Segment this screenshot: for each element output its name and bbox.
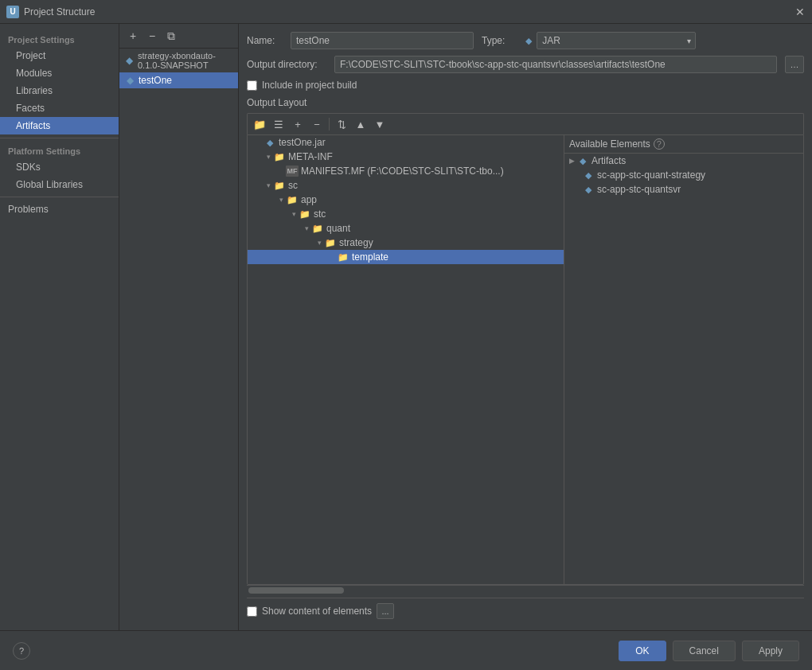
folder-icon-btn[interactable]: 📁 (251, 116, 268, 132)
ok-button[interactable]: OK (619, 641, 666, 661)
tree-arrow-strategy: ▾ (314, 239, 324, 247)
folder-icon-quant: 📁 (311, 223, 324, 234)
jar-icon-2: ◆ (124, 75, 135, 86)
down-btn[interactable]: ▼ (371, 116, 388, 132)
sort-btn[interactable]: ⇅ (333, 116, 350, 132)
name-input[interactable] (291, 32, 474, 49)
folder-icon-sc: 📁 (273, 180, 286, 191)
sidebar-item-global-libraries[interactable]: Global Libraries (0, 176, 119, 193)
sidebar-item-artifacts[interactable]: Artifacts (0, 117, 119, 134)
folder-icon-template: 📁 (337, 251, 349, 263)
tree-node-meta-inf[interactable]: ▾ 📁 META-INF (248, 150, 564, 164)
sidebar-item-libraries[interactable]: Libraries (0, 82, 119, 99)
remove-element-btn[interactable]: − (308, 116, 326, 132)
title-bar-text: Project Structure (24, 6, 794, 18)
right-panel: Name: Type: ◆ JAR Web Application: Archi… (239, 24, 812, 630)
tree-node-strategy[interactable]: ▾ 📁 strategy (248, 236, 564, 250)
horizontal-scrollbar[interactable] (247, 585, 804, 594)
add-element-btn[interactable]: + (289, 116, 306, 132)
artifact-list-panel: + − ⧉ ◆ strategy-xbondauto-0.1.0-SNAPSHO… (119, 24, 239, 630)
output-layout-tree: ◆ testOne.jar ▾ 📁 META-INF MF (248, 135, 564, 584)
artifact-toolbar: + − ⧉ (119, 24, 238, 49)
main-container: Project Settings Project Modules Librari… (0, 24, 812, 670)
app-icon: U (6, 6, 19, 18)
sidebar-item-modules[interactable]: Modules (0, 64, 119, 82)
dialog-footer: ? OK Cancel Apply (0, 630, 812, 670)
avail-strategy-icon: ◆ (582, 169, 595, 181)
type-select-wrapper: ◆ JAR Web Application: Archive Other (525, 32, 696, 49)
available-elements-header: Available Elements ? (564, 135, 803, 154)
scroll-thumb[interactable] (248, 587, 344, 594)
avail-item-artifacts[interactable]: ▶ ◆ Artifacts (564, 154, 803, 168)
output-dir-input[interactable] (334, 56, 777, 73)
sidebar-item-project[interactable]: Project (0, 47, 119, 64)
jar-diamond-icon: ◆ (525, 36, 532, 45)
add-artifact-button[interactable]: + (124, 27, 142, 45)
browse-button[interactable]: … (785, 56, 804, 73)
tree-node-testone-jar[interactable]: ◆ testOne.jar (248, 135, 564, 150)
include-build-label[interactable]: Include in project build (262, 80, 357, 91)
sidebar-item-sdks[interactable]: SDKs (0, 158, 119, 176)
jar-icon: ◆ (124, 55, 135, 66)
tree-node-app[interactable]: ▾ 📁 app (248, 193, 564, 207)
sidebar-divider-2 (0, 197, 119, 197)
folder-icon-meta-inf: 📁 (273, 151, 286, 162)
tree-node-template[interactable]: 📁 template (248, 250, 564, 264)
sidebar-item-problems[interactable]: Problems (0, 201, 119, 218)
folder-icon-app: 📁 (286, 194, 299, 205)
artifact-item-testone[interactable]: ◆ testOne (119, 72, 238, 88)
toolbar-sep-1 (329, 118, 330, 130)
output-dir-label: Output directory: (247, 59, 326, 70)
project-settings-label: Project Settings (0, 30, 119, 47)
cancel-button[interactable]: Cancel (673, 641, 736, 661)
tree-node-manifest[interactable]: MF MANIFEST.MF (F:\CODE\STC-SLIT\STC-tbo… (248, 164, 564, 178)
include-build-checkbox[interactable] (247, 80, 257, 91)
name-label: Name: (247, 35, 283, 46)
show-content-options-button[interactable]: ... (377, 603, 394, 619)
output-layout-label: Output Layout (247, 97, 804, 108)
content-area: Project Settings Project Modules Librari… (0, 24, 812, 630)
folder-icon-strategy: 📁 (324, 237, 337, 248)
tree-node-quant[interactable]: ▾ 📁 quant (248, 221, 564, 236)
tree-arrow-sc: ▾ (264, 181, 273, 189)
type-select[interactable]: JAR Web Application: Archive Other (537, 32, 696, 49)
available-elements-help-icon[interactable]: ? (654, 138, 665, 150)
sidebar: Project Settings Project Modules Librari… (0, 24, 119, 630)
tree-arrow-app: ▾ (276, 196, 286, 204)
list-icon-btn[interactable]: ☰ (270, 116, 287, 132)
remove-artifact-button[interactable]: − (143, 27, 161, 45)
output-dir-row: Output directory: … (247, 56, 804, 73)
artifact-item-strategy[interactable]: ◆ strategy-xbondauto-0.1.0-SNAPSHOT (119, 49, 238, 72)
platform-settings-label: Platform Settings (0, 142, 119, 158)
sidebar-divider-1 (0, 138, 119, 138)
jar-file-icon: ◆ (264, 137, 276, 148)
tree-node-sc[interactable]: ▾ 📁 sc (248, 178, 564, 193)
bottom-area: Show content of elements ... (247, 598, 804, 622)
include-build-row: Include in project build (247, 80, 804, 91)
folder-icon-stc: 📁 (299, 208, 311, 220)
tree-arrow-meta-inf: ▾ (264, 153, 273, 161)
type-label: Type: (482, 35, 517, 46)
output-layout-toolbar: 📁 ☰ + − ⇅ ▲ ▼ (247, 113, 804, 134)
manifest-icon: MF (286, 166, 299, 177)
copy-artifact-button[interactable]: ⧉ (162, 27, 180, 45)
name-type-row: Name: Type: ◆ JAR Web Application: Archi… (247, 32, 804, 49)
avail-artifacts-icon: ◆ (576, 155, 589, 166)
show-content-label[interactable]: Show content of elements (262, 606, 372, 617)
close-button[interactable]: ✕ (794, 6, 806, 18)
output-layout-body: ◆ testOne.jar ▾ 📁 META-INF MF (247, 134, 804, 585)
avail-item-strategy[interactable]: ◆ sc-app-stc-quant-strategy (564, 168, 803, 182)
available-elements-panel: Available Elements ? ▶ ◆ Artifacts ◆ sc-… (564, 135, 803, 584)
show-content-checkbox[interactable] (247, 606, 257, 617)
artifact-list: ◆ strategy-xbondauto-0.1.0-SNAPSHOT ◆ te… (119, 49, 238, 630)
help-button[interactable]: ? (13, 642, 30, 660)
up-btn[interactable]: ▲ (352, 116, 369, 132)
apply-button[interactable]: Apply (742, 641, 799, 661)
avail-quantsvr-icon: ◆ (582, 184, 595, 195)
tree-node-stc[interactable]: ▾ 📁 stc (248, 207, 564, 221)
title-bar: U Project Structure ✕ (0, 0, 812, 24)
sidebar-item-facets[interactable]: Facets (0, 99, 119, 117)
tree-arrow-stc: ▾ (289, 210, 299, 218)
avail-item-quantsvr[interactable]: ◆ sc-app-stc-quantsvr (564, 182, 803, 197)
avail-arrow-artifacts: ▶ (569, 157, 575, 165)
